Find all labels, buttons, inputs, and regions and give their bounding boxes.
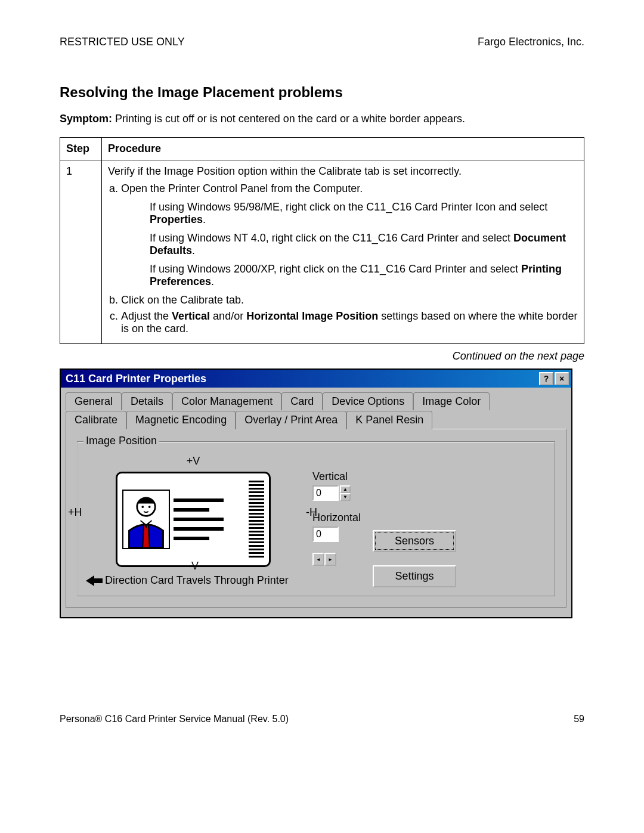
card-preview-area: +V -V +H -H (86, 459, 301, 587)
card-barcode (249, 481, 264, 558)
horizontal-arrow-buttons: ◄ ► (312, 553, 361, 566)
proc-main: Verify if the Image Position option with… (108, 165, 578, 178)
label-minus-v: -V (188, 560, 199, 572)
sensors-button[interactable]: Sensors (373, 530, 456, 552)
arrow-left-icon (86, 575, 103, 586)
label-plus-h: +H (68, 506, 82, 519)
procedure-cell: Verify if the Image Position option with… (102, 160, 584, 344)
svg-marker-4 (86, 575, 103, 586)
procedure-table: Step Procedure 1 Verify if the Image Pos… (60, 137, 584, 344)
proc-a-sub3: If using Windows 2000/XP, right click on… (150, 263, 578, 288)
tab-device-options[interactable]: Device Options (323, 392, 413, 410)
person-icon (123, 491, 169, 548)
tab-image-color[interactable]: Image Color (413, 392, 490, 410)
tab-card[interactable]: Card (281, 392, 323, 410)
right-button-column: Sensors Settings (373, 459, 456, 587)
tab-overlay-print-area[interactable]: Overlay / Print Area (236, 411, 346, 429)
header-right: Fargo Electronics, Inc. (478, 36, 584, 48)
settings-button[interactable]: Settings (373, 565, 456, 587)
footer-left: Persona® C16 Card Printer Service Manual… (60, 714, 289, 724)
page-title: Resolving the Image Placement problems (60, 84, 584, 101)
tab-row-front: Calibrate Magnetic Encoding Overlay / Pr… (66, 410, 566, 429)
horizontal-left-button[interactable]: ◄ (312, 553, 324, 566)
titlebar: C11 Card Printer Properties ? × (61, 370, 571, 388)
proc-b: Click on the Calibrate tab. (121, 294, 578, 306)
label-minus-h: -H (306, 506, 317, 519)
horizontal-value-row (312, 527, 361, 542)
tab-general[interactable]: General (66, 392, 122, 410)
card-preview (116, 472, 271, 567)
direction-text: Direction Card Travels Through Printer (105, 574, 289, 587)
proc-a: Open the Printer Control Panel from the … (121, 182, 578, 288)
group-legend: Image Position (83, 435, 159, 447)
th-step: Step (60, 138, 102, 160)
card-text-lines (174, 496, 245, 543)
tab-panel-calibrate: Image Position +V -V +H -H (66, 429, 566, 608)
vertical-spinner[interactable]: ▲ ▼ (312, 485, 361, 501)
label-plus-v: +V (187, 455, 200, 467)
horizontal-label: Horizontal (312, 512, 361, 524)
vertical-down-button[interactable]: ▼ (340, 493, 351, 501)
proc-c: Adjust the Vertical and/or Horizontal Im… (121, 310, 578, 335)
header-left: RESTRICTED USE ONLY (60, 36, 185, 48)
svg-point-3 (148, 506, 151, 508)
proc-a-sub1: If using Windows 95/98/ME, right click o… (150, 201, 578, 226)
values-column: Vertical ▲ ▼ Horizontal (312, 459, 361, 566)
footer-page-number: 59 (574, 714, 584, 724)
tab-details[interactable]: Details (122, 392, 172, 410)
help-button[interactable]: ? (539, 372, 553, 385)
symptom-text: Printing is cut off or is not centered o… (112, 113, 465, 125)
th-procedure: Procedure (102, 138, 584, 160)
proc-a-text: Open the Printer Control Panel from the … (121, 182, 363, 194)
tab-k-panel-resin[interactable]: K Panel Resin (346, 411, 432, 429)
tab-color-management[interactable]: Color Management (172, 392, 281, 410)
vertical-input[interactable] (312, 485, 339, 501)
direction-line: Direction Card Travels Through Printer (86, 574, 301, 587)
continued-note: Continued on the next page (60, 350, 584, 363)
vertical-up-button[interactable]: ▲ (340, 485, 351, 493)
tab-calibrate[interactable]: Calibrate (66, 411, 126, 429)
tab-row-back: General Details Color Management Card De… (66, 392, 566, 410)
printer-properties-window: C11 Card Printer Properties ? × General … (60, 368, 572, 618)
window-title: C11 Card Printer Properties (66, 373, 538, 385)
close-button[interactable]: × (555, 372, 569, 385)
card-photo (122, 490, 170, 549)
tab-magnetic-encoding[interactable]: Magnetic Encoding (126, 411, 236, 429)
symptom-label: Symptom: (60, 113, 112, 125)
vertical-label: Vertical (312, 470, 361, 483)
symptom-line: Symptom: Printing is cut off or is not c… (60, 113, 584, 125)
image-position-group: Image Position +V -V +H -H (77, 441, 555, 596)
svg-point-2 (141, 506, 144, 508)
horizontal-right-button[interactable]: ► (324, 553, 336, 566)
proc-a-sub2: If using Windows NT 4.0, right click on … (150, 232, 578, 257)
horizontal-input[interactable] (312, 527, 339, 542)
step-number: 1 (60, 160, 102, 344)
